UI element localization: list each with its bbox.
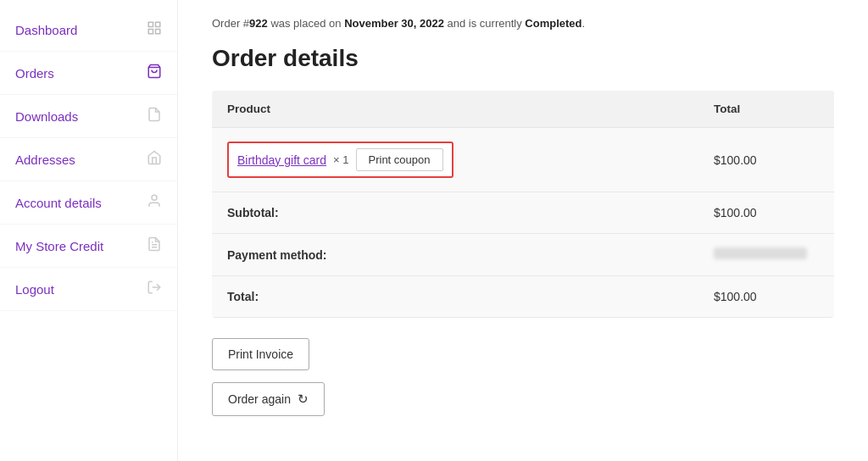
dashboard-icon [147, 20, 162, 39]
sidebar-item-label: My Store Credit [15, 239, 140, 253]
order-status-prefix: Order # [212, 17, 249, 30]
order-status-bar: Order #922 was placed on November 30, 20… [212, 17, 834, 30]
payment-value [698, 234, 834, 276]
order-table: Product Total Birthday gift card × 1 Pri… [212, 91, 834, 318]
table-row-payment: Payment method: [212, 234, 834, 276]
page-title: Order details [212, 45, 834, 72]
sidebar: Dashboard Orders Downloads Addresses Acc… [0, 0, 178, 461]
sidebar-item-label: Dashboard [15, 23, 140, 37]
table-row-product: Birthday gift card × 1 Print coupon $100… [212, 128, 834, 192]
addresses-icon [147, 150, 162, 169]
total-value: $100.00 [698, 276, 834, 318]
order-again-button[interactable]: Order again ↻ [212, 382, 325, 416]
svg-rect-3 [156, 30, 160, 34]
print-invoice-button[interactable]: Print Invoice [212, 338, 309, 370]
print-coupon-button[interactable]: Print coupon [356, 148, 443, 171]
account-icon [147, 193, 162, 212]
payment-method-hidden [714, 247, 807, 259]
refresh-icon: ↻ [298, 392, 309, 407]
sidebar-item-downloads[interactable]: Downloads [0, 95, 177, 138]
product-quantity: × 1 [333, 153, 348, 166]
main-content: Order #922 was placed on November 30, 20… [178, 0, 868, 461]
sidebar-item-addresses[interactable]: Addresses [0, 138, 177, 181]
product-cell: Birthday gift card × 1 Print coupon [212, 128, 698, 192]
table-row-subtotal: Subtotal: $100.00 [212, 192, 834, 234]
logout-icon [147, 280, 162, 298]
svg-rect-1 [156, 22, 160, 26]
subtotal-label: Subtotal: [212, 192, 698, 234]
product-total: $100.00 [698, 128, 834, 192]
order-date: November 30, 2022 [344, 17, 444, 30]
table-row-total: Total: $100.00 [212, 276, 834, 318]
col-header-total: Total [698, 91, 834, 128]
sidebar-item-account-details[interactable]: Account details [0, 181, 177, 225]
table-header-row: Product Total [212, 91, 834, 128]
action-buttons: Print Invoice Order again ↻ [212, 338, 834, 416]
sidebar-item-orders[interactable]: Orders [0, 52, 177, 95]
sidebar-item-label: Orders [15, 66, 140, 81]
sidebar-item-logout[interactable]: Logout [0, 268, 177, 311]
product-highlight-box: Birthday gift card × 1 Print coupon [227, 142, 453, 178]
sidebar-item-label: Addresses [15, 153, 140, 167]
sidebar-item-label: Logout [15, 282, 140, 297]
order-again-label: Order again [228, 392, 291, 406]
sidebar-item-label: Account details [15, 196, 140, 210]
sidebar-item-dashboard[interactable]: Dashboard [0, 8, 177, 52]
svg-rect-0 [148, 22, 153, 26]
svg-point-5 [152, 195, 157, 200]
svg-rect-2 [148, 30, 153, 34]
order-status-middle: was placed on [268, 17, 344, 30]
order-status-suffix: and is currently [444, 17, 525, 30]
total-label: Total: [212, 276, 698, 318]
order-number: 922 [249, 17, 268, 30]
payment-label: Payment method: [212, 234, 698, 276]
sidebar-item-label: Downloads [15, 109, 140, 124]
downloads-icon [147, 107, 162, 125]
subtotal-value: $100.00 [698, 192, 834, 234]
col-header-product: Product [212, 91, 698, 128]
store-credit-icon [147, 236, 162, 255]
orders-icon [147, 64, 162, 82]
order-status-period: . [581, 17, 585, 30]
product-link[interactable]: Birthday gift card [237, 153, 326, 167]
order-status-value: Completed [525, 17, 581, 30]
sidebar-item-store-credit[interactable]: My Store Credit [0, 225, 177, 268]
